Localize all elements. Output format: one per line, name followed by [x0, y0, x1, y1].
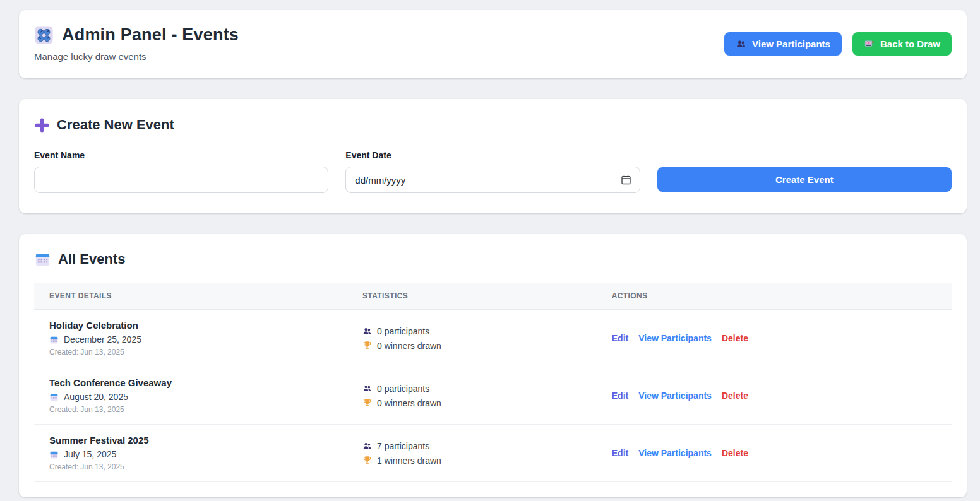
create-event-form: Event Name Event Date — [34, 150, 952, 193]
page-subtitle: Manage lucky draw events — [34, 51, 239, 62]
delete-link[interactable]: Delete — [722, 391, 748, 401]
create-event-title: Create New Event — [57, 117, 174, 133]
event-statistics-cell: 7 participants 1 winners drawn — [362, 441, 612, 466]
calendar-icon — [49, 450, 59, 459]
col-header-actions: ACTIONS — [612, 292, 936, 300]
event-name-label: Event Name — [34, 150, 328, 160]
edit-link[interactable]: Edit — [612, 391, 628, 401]
delete-link[interactable]: Delete — [722, 333, 748, 343]
participants-count: 0 participants — [377, 384, 429, 394]
event-name-field: Event Name — [34, 150, 328, 193]
participants-count: 0 participants — [377, 326, 429, 336]
control-knobs-icon — [34, 25, 54, 45]
slot-machine-icon — [864, 38, 875, 49]
all-events-card: All Events EVENT DETAILS STATISTICS ACTI… — [19, 234, 967, 497]
edit-link[interactable]: Edit — [612, 448, 628, 458]
winners-count: 1 winners drawn — [377, 456, 441, 466]
event-name: Tech Conference Giveaway — [49, 377, 362, 388]
view-participants-link[interactable]: View Participants — [638, 448, 712, 458]
event-actions-cell: Edit View Participants Delete — [612, 448, 936, 458]
events-table-header: EVENT DETAILS STATISTICS ACTIONS — [34, 283, 952, 310]
header-actions: View Participants Back to Draw — [724, 32, 952, 56]
calendar-icon — [49, 392, 59, 402]
trophy-icon — [362, 456, 372, 465]
page-title: Admin Panel - Events — [62, 25, 239, 45]
view-participants-link[interactable]: View Participants — [638, 391, 712, 401]
event-details-cell: Holiday Celebration December 25, 2025 — [49, 320, 362, 357]
view-participants-button[interactable]: View Participants — [724, 32, 842, 56]
event-row: Holiday Celebration December 25, 2025 — [34, 310, 952, 367]
event-row: Tech Conference Giveaway August 20, 202 — [34, 367, 952, 425]
event-name: Holiday Celebration — [49, 320, 362, 331]
event-actions-cell: Edit View Participants Delete — [612, 391, 936, 401]
calendar-icon — [49, 335, 59, 345]
all-events-title: All Events — [58, 251, 125, 268]
winners-count: 0 winners drawn — [377, 398, 441, 408]
delete-link[interactable]: Delete — [722, 448, 748, 458]
trophy-icon — [362, 341, 372, 350]
event-created: Created: Jun 13, 2025 — [49, 405, 362, 414]
event-date-input[interactable] — [345, 167, 640, 193]
event-date: July 15, 2025 — [64, 449, 116, 459]
event-details-cell: Tech Conference Giveaway August 20, 202 — [49, 377, 362, 414]
event-details-cell: Summer Festival 2025 July 15, 2025 — [49, 435, 362, 471]
event-date: August 20, 2025 — [64, 392, 128, 402]
back-to-draw-label: Back to Draw — [880, 38, 940, 49]
admin-events-page: Admin Panel - Events Manage lucky draw e… — [0, 0, 980, 501]
participants-count: 7 participants — [377, 441, 429, 451]
calendar-picker-icon[interactable] — [620, 174, 632, 186]
event-actions-cell: Edit View Participants Delete — [612, 333, 936, 343]
calendar-icon — [34, 250, 51, 268]
view-participants-link[interactable]: View Participants — [638, 333, 712, 343]
event-date-label: Event Date — [345, 150, 640, 160]
col-header-event-details: EVENT DETAILS — [49, 292, 362, 300]
col-header-statistics: STATISTICS — [362, 292, 612, 300]
header-card: Admin Panel - Events Manage lucky draw e… — [19, 10, 967, 78]
create-event-card: Create New Event Event Name Event Date — [19, 99, 967, 213]
people-icon — [362, 384, 372, 393]
back-to-draw-button[interactable]: Back to Draw — [852, 32, 952, 56]
event-statistics-cell: 0 participants 0 winners drawn — [362, 326, 612, 351]
edit-link[interactable]: Edit — [612, 333, 628, 343]
header-left: Admin Panel - Events Manage lucky draw e… — [34, 25, 239, 62]
create-event-button[interactable]: Create Event — [657, 167, 952, 192]
event-created: Created: Jun 13, 2025 — [49, 348, 362, 357]
trophy-icon — [362, 398, 372, 408]
plus-icon — [34, 117, 50, 133]
people-icon — [736, 38, 746, 49]
event-row: Summer Festival 2025 July 15, 2025 — [34, 425, 952, 482]
event-date: December 25, 2025 — [64, 334, 141, 345]
event-name-input[interactable] — [34, 167, 328, 193]
view-participants-label: View Participants — [752, 38, 830, 49]
event-created: Created: Jun 13, 2025 — [49, 463, 362, 471]
event-statistics-cell: 0 participants 0 winners drawn — [362, 384, 612, 408]
people-icon — [362, 441, 372, 451]
event-date-field: Event Date — [345, 150, 640, 193]
winners-count: 0 winners drawn — [377, 341, 441, 351]
event-name: Summer Festival 2025 — [49, 435, 362, 445]
people-icon — [362, 326, 372, 336]
